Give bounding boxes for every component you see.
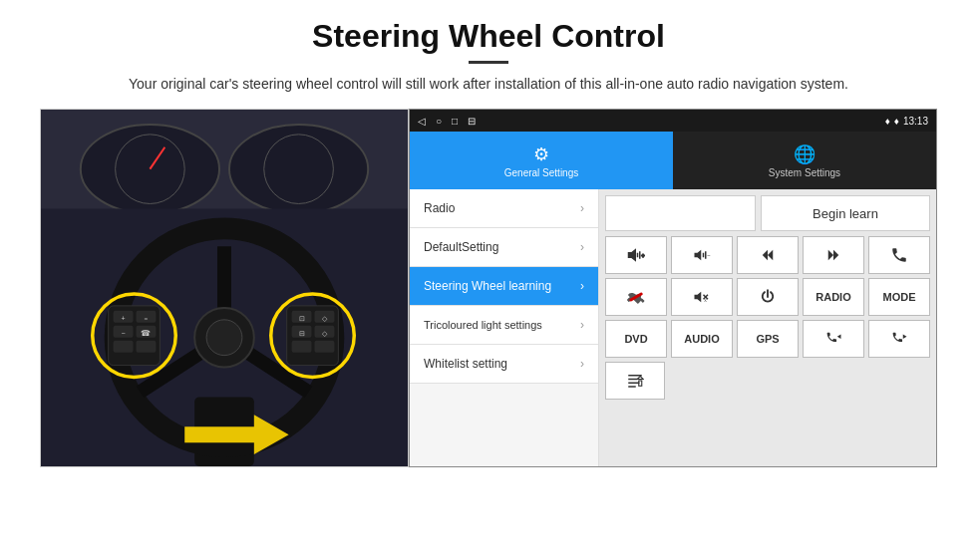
svg-text:⊡: ⊡ xyxy=(299,315,305,322)
tab-general-label: General Settings xyxy=(504,167,579,178)
status-bar-info: ♦ ♦ 13:13 xyxy=(885,116,928,127)
svg-marker-46 xyxy=(768,250,773,261)
menu-panel: Radio › DefaultSetting › Steering Wheel … xyxy=(410,189,599,466)
svg-text:+: + xyxy=(122,315,126,322)
svg-marker-55 xyxy=(837,335,841,340)
power-button[interactable] xyxy=(737,278,799,316)
page-title: Steering Wheel Control xyxy=(312,18,665,55)
phone-prev-button[interactable] xyxy=(803,320,864,358)
page-subtitle: Your original car's steering wheel contr… xyxy=(129,74,848,95)
phone-button[interactable] xyxy=(868,236,930,274)
right-control-panel: Begin learn + xyxy=(599,189,936,466)
svg-rect-58 xyxy=(628,379,637,381)
btn-row-2: x RADIO MODE xyxy=(605,278,930,316)
menu-item-default[interactable]: DefaultSetting › xyxy=(410,228,598,267)
svg-rect-19 xyxy=(114,341,134,353)
tab-general-settings[interactable]: ⚙ General Settings xyxy=(410,132,673,189)
begin-learn-row: Begin learn xyxy=(605,195,930,231)
menu-item-tricoloured[interactable]: Tricoloured light settings › xyxy=(410,306,598,345)
svg-point-2 xyxy=(229,125,368,213)
svg-text:−: − xyxy=(122,330,126,337)
list-button[interactable] xyxy=(605,362,665,400)
tab-bar: ⚙ General Settings 🌐 System Settings xyxy=(410,132,936,189)
back-nav[interactable]: ◁ xyxy=(418,116,426,127)
begin-learn-button[interactable]: Begin learn xyxy=(761,195,930,231)
next-track-button[interactable] xyxy=(803,236,864,274)
status-bar: ◁ ○ □ ⊟ ♦ ♦ 13:13 xyxy=(410,110,936,132)
svg-text:x: x xyxy=(704,297,707,303)
svg-marker-38 xyxy=(629,250,636,261)
learn-input[interactable] xyxy=(605,195,756,231)
svg-text:⊟: ⊟ xyxy=(299,330,305,337)
location-icon: ♦ xyxy=(885,116,890,127)
tab-system-settings[interactable]: 🌐 System Settings xyxy=(673,132,936,189)
svg-text:−: − xyxy=(707,252,711,258)
svg-rect-61 xyxy=(639,381,642,386)
svg-rect-60 xyxy=(628,386,636,388)
status-bar-nav: ◁ ○ □ ⊟ xyxy=(418,116,476,127)
menu-item-steering[interactable]: Steering Wheel learning › xyxy=(410,267,598,306)
svg-text:☎: ☎ xyxy=(141,329,151,338)
menu-nav[interactable]: ⊟ xyxy=(468,116,476,127)
mode-button[interactable]: MODE xyxy=(868,278,930,316)
svg-point-13 xyxy=(206,320,242,356)
android-screen: ◁ ○ □ ⊟ ♦ ♦ 13:13 ⚙ General Settings xyxy=(409,109,937,467)
prev-track-button[interactable] xyxy=(737,236,799,274)
arrow-icon-default: › xyxy=(580,240,584,254)
title-divider xyxy=(469,61,508,64)
svg-marker-49 xyxy=(833,250,838,261)
btn-row-1: + − xyxy=(605,236,930,274)
svg-marker-42 xyxy=(695,250,702,261)
svg-marker-48 xyxy=(828,250,833,261)
settings-icon: ⚙ xyxy=(533,143,549,165)
audio-button[interactable]: AUDIO xyxy=(671,320,733,358)
vol-up-button[interactable]: + xyxy=(605,236,667,274)
svg-marker-51 xyxy=(695,292,702,303)
btn-row-3: DVD AUDIO GPS xyxy=(605,320,930,358)
button-grid: + − xyxy=(605,236,930,400)
arrow-icon-whitelist: › xyxy=(580,357,584,371)
svg-text:+: + xyxy=(641,252,645,258)
main-content: + ≈ − ☎ ⊡ ◇ ⊟ ◇ xyxy=(40,109,937,467)
system-icon: 🌐 xyxy=(794,143,815,165)
home-nav[interactable]: ○ xyxy=(436,116,442,127)
menu-item-radio[interactable]: Radio › xyxy=(410,189,598,228)
recents-nav[interactable]: □ xyxy=(452,116,458,127)
skip-next-button[interactable] xyxy=(868,320,930,358)
svg-rect-20 xyxy=(136,341,156,353)
dvd-button[interactable]: DVD xyxy=(605,320,667,358)
signal-icon: ♦ xyxy=(894,116,899,127)
clock: 13:13 xyxy=(903,116,928,127)
mute-button[interactable]: x xyxy=(671,278,733,316)
radio-button[interactable]: RADIO xyxy=(803,278,864,316)
arrow-icon-radio: › xyxy=(580,201,584,215)
tab-system-label: System Settings xyxy=(769,167,840,178)
btn-row-4 xyxy=(605,362,930,400)
svg-rect-30 xyxy=(292,341,312,353)
hangup-button[interactable] xyxy=(605,278,667,316)
svg-marker-62 xyxy=(637,377,643,380)
content-area: Radio › DefaultSetting › Steering Wheel … xyxy=(410,189,936,466)
svg-marker-56 xyxy=(903,335,907,340)
svg-rect-31 xyxy=(314,341,334,353)
menu-item-whitelist[interactable]: Whitelist setting › xyxy=(410,345,598,384)
arrow-icon-steering: › xyxy=(580,279,584,293)
svg-marker-47 xyxy=(763,250,768,261)
vol-down-button[interactable]: − xyxy=(671,236,733,274)
svg-rect-59 xyxy=(628,383,639,385)
gps-button[interactable]: GPS xyxy=(737,320,799,358)
steering-wheel-image: + ≈ − ☎ ⊡ ◇ ⊟ ◇ xyxy=(40,109,409,467)
arrow-icon-tricoloured: › xyxy=(580,318,584,332)
